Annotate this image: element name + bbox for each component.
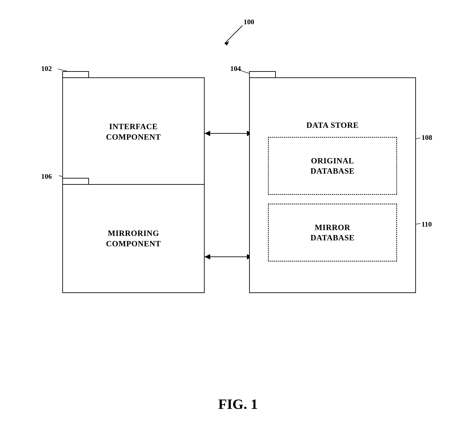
interface-component-label: INTERFACE COMPONENT bbox=[106, 121, 161, 142]
interface-component-box: INTERFACE COMPONENT bbox=[62, 77, 205, 186]
figure-label: FIG. 1 bbox=[218, 396, 258, 412]
ref-106-label: 106 bbox=[41, 172, 52, 180]
mirror-database-box: MIRROR DATABASE bbox=[268, 204, 397, 262]
svg-line-0 bbox=[225, 26, 243, 43]
svg-marker-1 bbox=[225, 41, 229, 45]
svg-marker-14 bbox=[205, 254, 210, 259]
original-database-box: ORIGINAL DATABASE bbox=[268, 137, 397, 195]
ref-110-label: 110 bbox=[421, 220, 432, 228]
ref-102-label: 102 bbox=[41, 64, 52, 73]
data-store-tab bbox=[249, 71, 276, 78]
ref-104-label: 104 bbox=[230, 64, 241, 73]
mirroring-component-box: MIRRORING COMPONENT bbox=[62, 184, 205, 293]
original-database-label: ORIGINAL DATABASE bbox=[311, 156, 355, 177]
svg-marker-8 bbox=[205, 131, 210, 136]
mirroring-component-label: MIRRORING COMPONENT bbox=[106, 228, 161, 249]
ref-108-label: 108 bbox=[421, 133, 432, 142]
mirror-database-label: MIRROR DATABASE bbox=[311, 222, 355, 243]
diagram: 100 102 104 106 108 110 INTERFACE COMPON… bbox=[0, 0, 476, 448]
ref-100-label: 100 bbox=[244, 18, 254, 26]
data-store-label: DATA STORE bbox=[306, 121, 359, 130]
data-store-box: DATA STORE ORIGINAL DATABASE MIRROR DATA… bbox=[249, 77, 416, 293]
mirroring-component-tab bbox=[62, 178, 89, 185]
interface-component-tab bbox=[62, 71, 89, 78]
